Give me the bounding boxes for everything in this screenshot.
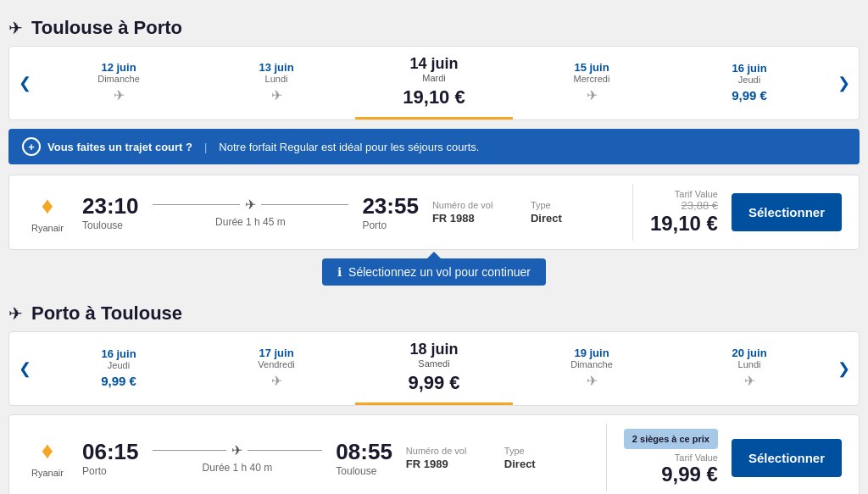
date-weekday: Lundi bbox=[265, 74, 288, 84]
flight-info-type-2: Type Direct bbox=[504, 446, 589, 470]
date-item[interactable]: 12 juinDimanche✈ bbox=[40, 47, 198, 119]
flight-type-label-2: Type bbox=[504, 446, 589, 456]
carousel-dates-2: 16 juinJeudi9,99 €17 juinVendredi✈18 jui… bbox=[40, 332, 828, 405]
route-plane-1: ✈ bbox=[245, 197, 256, 213]
date-item[interactable]: 20 juinLundi✈ bbox=[670, 332, 828, 405]
no-price-icon: ✈ bbox=[744, 373, 755, 389]
seats-badge: 2 sièges à ce prix bbox=[624, 429, 718, 449]
no-price-icon: ✈ bbox=[587, 373, 598, 389]
date-carousel-1: ❮ 12 juinDimanche✈13 juinLundi✈14 juinMa… bbox=[8, 46, 860, 120]
flight-main-1: ♦ Ryanair 23:10 Toulouse ✈ Durée 1 h 45 … bbox=[9, 175, 632, 249]
date-weekday: Jeudi bbox=[108, 360, 130, 370]
flight-info-type-1: Type Direct bbox=[531, 200, 615, 225]
date-carousel-2: ❮ 16 juinJeudi9,99 €17 juinVendredi✈18 j… bbox=[8, 331, 860, 406]
date-item[interactable]: 18 juinSamedi9,99 € bbox=[355, 332, 513, 405]
plane-icon-1: ✈ bbox=[8, 18, 23, 38]
date-weekday: Samedi bbox=[418, 358, 449, 369]
date-price: 19,10 € bbox=[403, 86, 465, 108]
date-item[interactable]: 15 juinMercredi✈ bbox=[513, 47, 670, 119]
date-day: 20 juin bbox=[732, 347, 766, 359]
date-item[interactable]: 16 juinJeudi9,99 € bbox=[40, 332, 198, 405]
info-tooltip: ℹ Sélectionnez un vol pour continuer bbox=[322, 258, 546, 286]
no-price-icon: ✈ bbox=[271, 373, 282, 389]
price-inner-2: 2 sièges à ce prix Tarif Value 9,99 € bbox=[624, 429, 718, 486]
airline-logo-1: ♦ Ryanair bbox=[26, 192, 69, 233]
arrive-city-1: Porto bbox=[362, 219, 387, 231]
arrive-time-2: 08:55 bbox=[336, 439, 392, 465]
price-block-1: Tarif Value 23,88 € 19,10 € Sélectionner bbox=[633, 175, 859, 249]
tarif-label-1: Tarif Value bbox=[650, 189, 718, 199]
carousel-next-1[interactable]: ❯ bbox=[828, 47, 859, 119]
date-price: 9,99 € bbox=[732, 88, 767, 103]
flight-num-value-1: FR 1988 bbox=[432, 212, 517, 225]
promo-banner: + Vous faites un trajet court ? | Notre … bbox=[8, 129, 860, 164]
arrive-block-2: 08:55 Toulouse bbox=[336, 439, 392, 477]
ryanair-icon-2: ♦ bbox=[42, 437, 53, 464]
date-item[interactable]: 14 juinMardi19,10 € bbox=[355, 47, 513, 119]
flight-main-2: ♦ Ryanair 06:15 Porto ✈ Durée 1 h 40 m 0… bbox=[9, 415, 606, 494]
plane-icon-2: ✈ bbox=[8, 303, 23, 324]
airline-name-1: Ryanair bbox=[31, 223, 64, 233]
depart-block-1: 23:10 Toulouse bbox=[82, 193, 139, 231]
ryanair-icon-1: ♦ bbox=[42, 192, 53, 219]
tooltip-text: Sélectionnez un vol pour continuer bbox=[348, 265, 531, 279]
route-line-1: ✈ bbox=[153, 197, 349, 213]
price-info-1: Tarif Value 23,88 € 19,10 € bbox=[650, 189, 718, 236]
date-item[interactable]: 19 juinDimanche✈ bbox=[513, 332, 670, 405]
date-day: 13 juin bbox=[259, 61, 293, 74]
date-item[interactable]: 17 juinVendredi✈ bbox=[198, 332, 355, 405]
date-weekday: Mardi bbox=[422, 73, 446, 83]
date-item[interactable]: 13 juinLundi✈ bbox=[198, 47, 355, 119]
route-2: ✈ Durée 1 h 40 m bbox=[153, 442, 323, 474]
date-weekday: Lundi bbox=[738, 359, 761, 369]
price-current-1: 19,10 € bbox=[650, 212, 718, 236]
price-block-2: 2 sièges à ce prix Tarif Value 9,99 € Sé… bbox=[607, 415, 859, 494]
flight-num-value-2: FR 1989 bbox=[406, 458, 491, 470]
date-day: 12 juin bbox=[101, 61, 136, 74]
select-btn-2[interactable]: Sélectionner bbox=[732, 439, 842, 477]
price-current-2: 9,99 € bbox=[624, 463, 718, 486]
date-weekday: Vendredi bbox=[258, 359, 294, 369]
date-weekday: Jeudi bbox=[738, 75, 760, 85]
carousel-prev-1[interactable]: ❮ bbox=[9, 47, 40, 119]
date-item[interactable]: 16 juinJeudi9,99 € bbox=[670, 47, 828, 119]
no-price-icon: ✈ bbox=[271, 87, 282, 103]
flight-card-2: ♦ Ryanair 06:15 Porto ✈ Durée 1 h 40 m 0… bbox=[8, 414, 860, 494]
flight-type-label-1: Type bbox=[531, 200, 615, 210]
depart-city-1: Toulouse bbox=[82, 219, 123, 231]
date-day: 14 juin bbox=[409, 55, 458, 73]
arrive-block-1: 23:55 Porto bbox=[362, 193, 419, 231]
carousel-prev-2[interactable]: ❮ bbox=[9, 332, 40, 405]
depart-block-2: 06:15 Porto bbox=[82, 439, 139, 477]
date-day: 17 juin bbox=[259, 347, 293, 359]
depart-city-2: Porto bbox=[82, 465, 107, 477]
flight-info-num-1: Numéro de vol FR 1988 bbox=[432, 200, 517, 225]
route-duration-1: Durée 1 h 45 m bbox=[215, 216, 286, 228]
price-info-2: Tarif Value 9,99 € bbox=[624, 452, 718, 486]
section-title-1: Toulouse à Porto bbox=[31, 17, 182, 39]
promo-text: Notre forfait Regular est idéal pour les… bbox=[219, 141, 479, 153]
carousel-next-2[interactable]: ❯ bbox=[828, 332, 859, 405]
price-old-1: 23,88 € bbox=[650, 199, 718, 212]
date-weekday: Dimanche bbox=[97, 74, 140, 84]
depart-time-2: 06:15 bbox=[82, 439, 139, 465]
promo-sep: | bbox=[204, 141, 207, 153]
no-price-icon: ✈ bbox=[114, 87, 125, 103]
route-1: ✈ Durée 1 h 45 m bbox=[153, 197, 349, 228]
route-plane-2: ✈ bbox=[231, 442, 242, 458]
select-btn-1[interactable]: Sélectionner bbox=[732, 193, 842, 231]
route-line-2: ✈ bbox=[153, 442, 323, 458]
flight-info-num-2: Numéro de vol FR 1989 bbox=[406, 446, 491, 470]
no-price-icon: ✈ bbox=[587, 87, 598, 103]
promo-icon: + bbox=[22, 137, 41, 156]
arrive-time-1: 23:55 bbox=[362, 193, 419, 219]
section-title-2: Porto à Toulouse bbox=[31, 303, 182, 325]
date-weekday: Dimanche bbox=[570, 359, 613, 369]
airline-logo-2: ♦ Ryanair bbox=[26, 437, 69, 478]
carousel-dates-1: 12 juinDimanche✈13 juinLundi✈14 juinMard… bbox=[40, 47, 828, 119]
route-duration-2: Durée 1 h 40 m bbox=[203, 462, 273, 474]
flight-type-value-1: Direct bbox=[531, 212, 615, 225]
date-day: 15 juin bbox=[574, 61, 609, 74]
flight-type-value-2: Direct bbox=[504, 458, 589, 470]
promo-bold: Vous faites un trajet court ? bbox=[47, 141, 192, 153]
